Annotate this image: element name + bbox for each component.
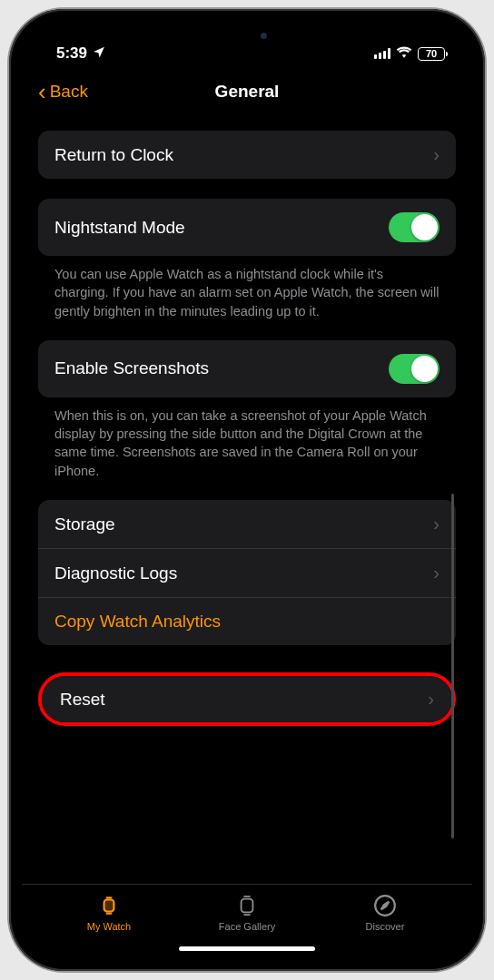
battery-icon: 70 bbox=[418, 47, 445, 61]
screenshots-cell: Enable Screenshots bbox=[38, 340, 456, 397]
screenshots-toggle[interactable] bbox=[389, 354, 440, 384]
scroll-indicator[interactable] bbox=[451, 494, 454, 838]
section-screenshots: Enable Screenshots When this is on, you … bbox=[38, 340, 456, 480]
tab-bar: My Watch Face Gallery Discover bbox=[22, 884, 472, 937]
analytics-label: Copy Watch Analytics bbox=[54, 612, 221, 632]
svg-marker-3 bbox=[381, 902, 390, 910]
content[interactable]: Return to Clock › Nightstand Mode You ca… bbox=[22, 114, 472, 884]
nightstand-toggle[interactable] bbox=[389, 212, 440, 242]
location-icon bbox=[93, 44, 105, 63]
nav-bar: ‹ Back General bbox=[22, 69, 472, 114]
reset-cell[interactable]: Reset › bbox=[42, 676, 452, 722]
reset-label: Reset bbox=[60, 690, 105, 710]
storage-label: Storage bbox=[54, 514, 115, 534]
screenshots-label: Enable Screenshots bbox=[54, 358, 209, 378]
storage-cell[interactable]: Storage › bbox=[38, 500, 456, 549]
battery-level: 70 bbox=[426, 48, 437, 59]
tab-discover[interactable]: Discover bbox=[335, 894, 435, 932]
chevron-right-icon: › bbox=[428, 689, 434, 710]
tab-my-watch-label: My Watch bbox=[87, 921, 132, 932]
wifi-icon bbox=[396, 44, 412, 63]
back-label: Back bbox=[50, 82, 88, 102]
page-title: General bbox=[215, 82, 280, 102]
return-to-clock-cell[interactable]: Return to Clock › bbox=[38, 131, 456, 179]
phone-frame: 5:39 70 ‹ Back Ge bbox=[9, 9, 485, 971]
compass-icon bbox=[373, 894, 397, 917]
diagnostic-cell[interactable]: Diagnostic Logs › bbox=[38, 549, 456, 598]
diagnostic-label: Diagnostic Logs bbox=[54, 564, 177, 583]
section-storage-group: Storage › Diagnostic Logs › Copy Watch A… bbox=[38, 500, 456, 645]
analytics-cell[interactable]: Copy Watch Analytics bbox=[38, 598, 456, 645]
chevron-right-icon: › bbox=[433, 563, 440, 583]
watch-icon bbox=[97, 894, 121, 917]
tab-face-gallery-label: Face Gallery bbox=[219, 921, 275, 932]
tab-face-gallery[interactable]: Face Gallery bbox=[197, 894, 297, 932]
tab-discover-label: Discover bbox=[366, 921, 405, 932]
reset-highlight: Reset › bbox=[38, 672, 456, 726]
svg-rect-0 bbox=[104, 900, 114, 912]
status-left: 5:39 bbox=[56, 44, 105, 63]
section-return-to-clock: Return to Clock › bbox=[38, 131, 456, 179]
return-to-clock-label: Return to Clock bbox=[54, 145, 173, 165]
face-gallery-icon bbox=[237, 894, 257, 917]
status-right: 70 bbox=[374, 44, 445, 63]
nightstand-footer: You can use Apple Watch as a nightstand … bbox=[38, 256, 456, 320]
notch bbox=[156, 22, 338, 49]
chevron-right-icon: › bbox=[433, 144, 440, 165]
screen: 5:39 70 ‹ Back Ge bbox=[22, 22, 472, 958]
svg-rect-1 bbox=[242, 899, 253, 913]
nightstand-label: Nightstand Mode bbox=[54, 218, 185, 238]
tab-my-watch[interactable]: My Watch bbox=[59, 894, 159, 932]
nightstand-cell: Nightstand Mode bbox=[38, 199, 456, 256]
section-nightstand: Nightstand Mode You can use Apple Watch … bbox=[38, 199, 456, 320]
back-chevron-icon: ‹ bbox=[38, 80, 46, 103]
signal-icon bbox=[374, 48, 390, 59]
chevron-right-icon: › bbox=[433, 514, 440, 534]
status-time: 5:39 bbox=[56, 44, 87, 63]
screenshots-footer: When this is on, you can take a screensh… bbox=[38, 397, 456, 480]
back-button[interactable]: ‹ Back bbox=[38, 80, 88, 103]
home-indicator[interactable] bbox=[179, 946, 315, 951]
